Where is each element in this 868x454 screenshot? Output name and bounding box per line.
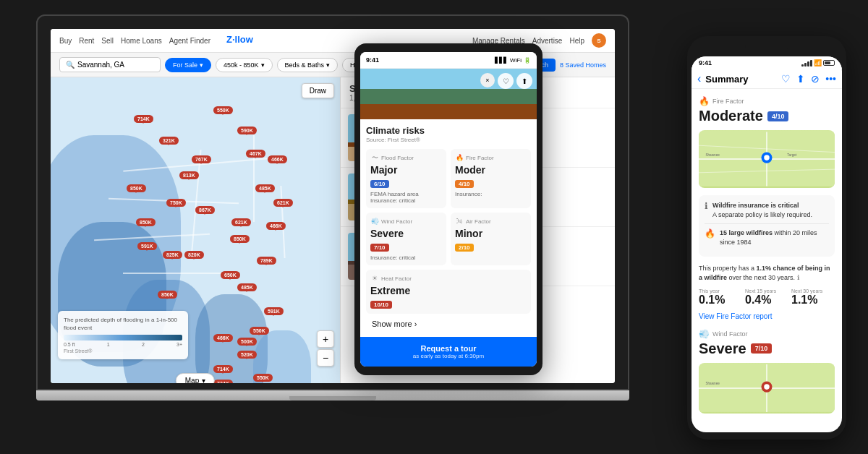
wind-rating-row: Severe 7/10 [699, 340, 835, 357]
price-marker[interactable]: 714K [213, 365, 233, 373]
air-factor-card[interactable]: 🌬 Air Factor Minor 2/10 [451, 213, 531, 265]
nav-buy[interactable]: Buy [59, 37, 72, 45]
saved-homes-link[interactable]: 8 Saved Homes [560, 61, 606, 69]
probability-years-grid: This year 0.1% Next 15 years 0.4% Next 3… [699, 288, 835, 307]
wifi-icon: 📶 [814, 59, 822, 67]
price-marker[interactable]: 650K [221, 271, 240, 279]
price-marker[interactable]: 520K [237, 351, 257, 359]
user-avatar[interactable]: S [592, 33, 606, 48]
main-scene: Buy Rent Sell Home Loans Agent Finder Z·… [0, 0, 868, 454]
price-marker[interactable]: 550K [213, 106, 233, 114]
price-marker[interactable]: 813K [179, 171, 199, 179]
battery-icon: 🔋 [524, 57, 531, 64]
fire-score-badge: 4/10 [455, 180, 474, 188]
phone-nav-title: Summary [705, 74, 777, 85]
fire-rating-row: Moderate 4/10 [699, 108, 835, 124]
favorite-button[interactable]: ♡ [498, 73, 514, 89]
flood-rating: Major [370, 164, 442, 176]
more-options-icon[interactable]: ••• [825, 73, 836, 85]
nav-sell[interactable]: Sell [101, 37, 114, 45]
location-search-input[interactable]: 🔍 Savannah, GA [59, 57, 161, 72]
price-marker[interactable]: 734K [213, 380, 233, 383]
price-range-filter[interactable]: 450k - 850K ▾ [216, 58, 273, 72]
signal-icon [801, 60, 812, 67]
fire-rating-text: Moderate [699, 108, 763, 124]
price-marker[interactable]: 590K [237, 127, 257, 134]
map-area[interactable]: 550K714K590K321K467K466K767K813K850K485K… [51, 77, 340, 383]
fire-factor-card[interactable]: 🔥 Fire Factor Moder 4/10 Insurance: [451, 149, 531, 208]
share-icon[interactable]: ⬆ [796, 73, 805, 85]
flood-scale: 0.5 ft 1 2 3+ [64, 342, 182, 347]
price-marker[interactable]: 714K [134, 115, 153, 123]
back-button[interactable]: ‹ [697, 72, 701, 85]
price-marker[interactable]: 485K [237, 283, 257, 291]
price-marker[interactable]: 467K [246, 150, 265, 158]
for-sale-filter[interactable]: For Sale ▾ [165, 58, 211, 72]
climate-source: Source: First Street® [366, 137, 531, 143]
heat-factor-card[interactable]: ☀ Heat Factor Extreme 10/10 [366, 270, 531, 314]
price-marker[interactable]: 466K [213, 334, 233, 342]
share-button[interactable]: ⬆ [516, 73, 532, 89]
price-marker[interactable]: 591K [137, 242, 157, 250]
fire-icon: 🔥 [455, 153, 464, 162]
price-marker[interactable]: 466K [268, 155, 287, 163]
phone-time: 9:41 [699, 59, 712, 67]
probability-text: This property has a 1.1% chance of being… [699, 264, 835, 282]
price-marker[interactable]: 466K [266, 222, 286, 230]
zoom-out-button[interactable]: − [317, 349, 334, 367]
nav-agent-finder[interactable]: Agent Finder [169, 37, 210, 45]
favorite-icon[interactable]: ♡ [781, 73, 791, 85]
price-marker[interactable]: 550K [253, 374, 273, 382]
price-marker[interactable]: 789K [257, 257, 276, 265]
wind-factor-card[interactable]: 💨 Wind Factor Severe 7/10 Insurance: cri… [366, 213, 446, 265]
beds-baths-filter[interactable]: Beds & Baths ▾ [277, 58, 339, 72]
price-marker[interactable]: 750K [166, 199, 186, 207]
next-15-years-cell: Next 15 years 0.4% [745, 288, 788, 307]
price-marker[interactable]: 621K [273, 199, 293, 207]
price-marker[interactable]: 485K [255, 184, 275, 192]
tablet-image-actions: × ♡ ⬆ [480, 73, 532, 89]
price-marker[interactable]: 321K [159, 137, 179, 145]
flood-legend: The predicted depth of flooding in a 1-i… [58, 311, 188, 359]
price-marker[interactable]: 850K [136, 218, 156, 226]
svg-text:Target: Target [787, 153, 797, 157]
divider [705, 223, 829, 224]
price-marker[interactable]: 500K [237, 338, 257, 346]
tablet-close-button[interactable]: × [480, 73, 495, 87]
price-marker[interactable]: 867K [195, 206, 215, 214]
show-more-button[interactable]: Show more › [366, 314, 531, 331]
fire-desc: Insurance: [455, 191, 527, 197]
draw-button[interactable]: Draw [302, 83, 334, 98]
fire-icon: 🔥 [699, 96, 710, 106]
view-report-link[interactable]: View Fire Factor report [699, 312, 835, 320]
price-marker[interactable]: 850K [158, 291, 177, 299]
phone-fire-map: Shawnee Target [699, 130, 835, 188]
phone-content: 🔥 Fire Factor Moderate 4/10 [692, 89, 842, 421]
search-icon: 🔍 [66, 61, 75, 69]
tablet-status-bar: 9:41 ▋▋▋ WiFi 🔋 [360, 52, 537, 69]
air-icon: 🌬 [455, 217, 464, 226]
price-marker[interactable]: 621K [231, 218, 251, 226]
tablet-screen: 9:41 ▋▋▋ WiFi 🔋 × ♡ ⬆ [360, 52, 537, 367]
price-marker[interactable]: 550K [250, 327, 269, 335]
price-marker[interactable]: 820K [184, 251, 204, 259]
air-factor-label: Air Factor [466, 218, 491, 225]
info-tooltip-icon[interactable]: ℹ [797, 274, 799, 281]
nav-help[interactable]: Help [569, 37, 584, 45]
phone-status-icons: 📶 [801, 59, 835, 67]
nav-rent[interactable]: Rent [79, 37, 94, 45]
info-icon: ℹ [705, 201, 708, 211]
nav-home-loans[interactable]: Home Loans [121, 37, 162, 45]
price-marker[interactable]: 850K [127, 184, 146, 192]
map-toggle-button[interactable]: Map ▾ [176, 373, 215, 383]
price-marker[interactable]: 850K [230, 235, 250, 243]
zoom-in-button[interactable]: + [317, 330, 334, 348]
flood-factor-card[interactable]: 〜 Flood Factor Major 6/10 FEMA hazard ar… [366, 149, 446, 208]
price-marker[interactable]: 591K [264, 307, 284, 315]
price-marker[interactable]: 767K [192, 155, 211, 163]
block-icon[interactable]: ⊘ [811, 73, 820, 85]
wildfire-info-box: ℹ Wildfire insurance is critical A separ… [699, 195, 835, 257]
phone-nav-actions: ♡ ⬆ ⊘ ••• [781, 73, 836, 85]
request-tour-button[interactable]: Request a tour as early as today at 6:30… [360, 337, 537, 367]
price-marker[interactable]: 825K [163, 251, 182, 259]
